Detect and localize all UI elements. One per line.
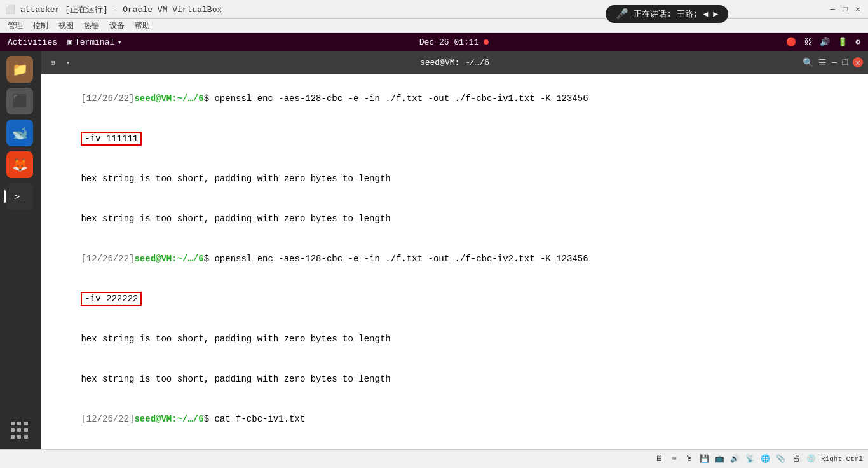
terminal-line-9: [12/26/22]seed@VM:~/…/6$ cat f-cbc-iv1.t… [49,399,860,439]
terminal-line-1: [12/26/22]seed@VM:~/…/6$ openssl enc -ae… [49,79,860,119]
dock-files-icon[interactable]: 📁 [6,56,33,83]
statusbar-icon-4: 💾 [699,453,710,465]
hex-warning-3: hex string is too short, padding with ze… [81,334,390,344]
vbox-titlebar: ⬜ attacker [正在运行] - Oracle VM VirtualBox… [0,0,868,19]
datetime-display: Dec 26 01:11 [419,38,479,47]
voice-controls: ◀ ▶ [703,9,718,19]
menu-manage[interactable]: 管理 [3,20,28,31]
hex-warning-1: hex string is too short, padding with ze… [81,174,390,184]
terminal-window: ⊞ ▾ seed@VM: ~/…/6 🔍 ☰ — □ ✕ [12/26/22]s… [41,51,868,449]
dock-apps-grid-icon[interactable] [6,417,33,444]
timestamp-1: [12/26/22] [81,93,134,104]
right-ctrl-label: Right Ctrl [821,455,863,463]
files-icon: 📁 [12,62,28,78]
terminal-titlebar-right: 🔍 ☰ — □ ✕ [803,57,863,68]
dock-wireshark-icon[interactable]: 🐋 [6,120,33,146]
menu-help[interactable]: 帮助 [130,20,155,31]
statusbar-icon-5: 📺 [714,453,726,465]
user-prompt-3: seed@VM:~/…/6 [134,414,203,424]
mic-icon: 🎤 [616,8,628,20]
terminal-tab-arrow[interactable]: ▾ [62,56,74,69]
minimize-button[interactable]: — [827,4,837,15]
firefox-icon: 🦊 [12,157,28,173]
highlight-iv1: -iv 111111 [81,132,142,146]
terminal-tab-icon: ▣ [67,37,72,47]
network-icon[interactable]: ⛓ [804,38,812,47]
statusbar-icon-10: 🖨 [790,453,802,465]
dock-screenshot-icon[interactable]: ⬛ [6,88,33,114]
terminal-tab-label: Terminal [75,38,114,47]
notification-icon[interactable]: 🔴 [786,37,796,47]
terminal-line-8: hex string is too short, padding with ze… [49,359,860,399]
gnome-topbar-left: Activities ▣ Terminal ▾ [8,37,122,47]
terminal-maximize-button[interactable]: □ [843,57,848,67]
terminal-line-10: ·� [49,439,860,449]
user-prompt-1: seed@VM:~/…/6 [134,93,203,104]
terminal-minimize-button[interactable]: — [832,57,837,67]
menu-control[interactable]: 控制 [28,20,53,31]
status-dot [484,39,489,45]
terminal-line-7: hex string is too short, padding with ze… [49,319,860,359]
vbox-statusbar: 🖥 ⌨ 🖱 💾 📺 🔊 📡 🌐 📎 🖨 💿 Right Ctrl [0,449,868,468]
battery-icon[interactable]: 🔋 [837,37,848,47]
gnome-topbar-center: Dec 26 01:11 [419,38,489,47]
vbox-window-controls[interactable]: — □ ✕ [827,4,863,15]
ubuntu-dock: 📁 ⬛ 🐋 🦊 >_ [0,51,39,449]
terminal-tab[interactable]: ▣ Terminal ▾ [67,37,122,47]
gnome-topbar: Activities ▣ Terminal ▾ Dec 26 01:11 🔴 ⛓… [0,33,868,51]
terminal-titlebar: ⊞ ▾ seed@VM: ~/…/6 🔍 ☰ — □ ✕ [41,51,868,74]
vbox-menubar: 管理 控制 视图 热键 设备 帮助 [0,19,868,33]
vbox-title-text: attacker [正在运行] - Oracle VM VirtualBox [20,4,222,15]
voice-text: 正在讲话: 王路; [634,8,698,20]
vbox-title-left: ⬜ attacker [正在运行] - Oracle VM VirtualBox [5,4,222,15]
terminal-content[interactable]: [12/26/22]seed@VM:~/…/6$ openssl enc -ae… [41,74,868,449]
vbox-app-icon: ⬜ [5,4,15,15]
terminal-new-tab-button[interactable]: ⊞ [46,56,59,69]
maximize-button[interactable]: □ [840,4,850,15]
close-button[interactable]: ✕ [853,4,863,15]
timestamp-3: [12/26/22] [81,414,134,424]
statusbar-icon-3: 🖱 [684,453,695,465]
statusbar-icon-9: 📎 [775,453,787,465]
menu-device[interactable]: 设备 [104,20,130,31]
terminal-search-icon[interactable]: 🔍 [803,57,813,68]
voice-popup: 🎤 正在讲话: 王路; ◀ ▶ [606,5,728,23]
screenshot-icon: ⬛ [12,93,28,109]
terminal-tab-arrow: ▾ [117,37,122,47]
statusbar-icon-8: 🌐 [760,453,771,465]
gnome-topbar-right: 🔴 ⛓ 🔊 🔋 ⚙ [786,37,860,47]
menu-view[interactable]: 视图 [53,20,79,31]
wireshark-icon: 🐋 [12,125,28,141]
statusbar-icon-11: 💿 [806,453,817,465]
settings-icon[interactable]: ⚙ [855,37,860,47]
hex-warning-2: hex string is too short, padding with ze… [81,214,390,224]
statusbar-icon-6: 🔊 [729,453,741,465]
statusbar-icon-1: 🖥 [653,453,665,465]
terminal-title-text: seed@VM: ~/…/6 [420,58,489,67]
activities-button[interactable]: Activities [8,38,57,47]
dock-terminal-icon[interactable]: >_ [6,183,33,210]
highlight-iv2: -iv 222222 [81,292,142,306]
user-prompt-2: seed@VM:~/…/6 [134,254,203,264]
terminal-line-5: [12/26/22]seed@VM:~/…/6$ openssl enc -ae… [49,239,860,279]
dock-firefox-icon[interactable]: 🦊 [6,151,33,178]
terminal-titlebar-left: ⊞ ▾ [46,56,74,69]
menu-hotkey[interactable]: 热键 [79,20,104,31]
terminal-line-4: hex string is too short, padding with ze… [49,199,860,239]
terminal-line-3: hex string is too short, padding with ze… [49,159,860,199]
hex-warning-4: hex string is too short, padding with ze… [81,374,390,384]
terminal-line-2: -iv 111111 [49,119,860,159]
terminal-line-6: -iv 222222 [49,279,860,319]
timestamp-2: [12/26/22] [81,254,134,264]
terminal-icon: >_ [15,191,25,202]
terminal-close-button[interactable]: ✕ [853,57,863,67]
terminal-menu-icon[interactable]: ☰ [818,57,827,68]
statusbar-icon-2: ⌨ [668,453,680,465]
volume-icon[interactable]: 🔊 [820,37,830,47]
statusbar-icon-7: 📡 [745,453,756,465]
